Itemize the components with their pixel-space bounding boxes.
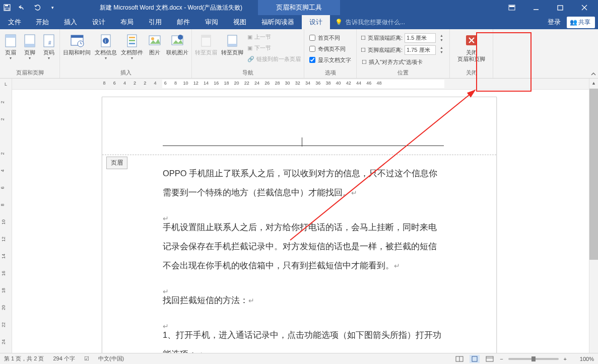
document-body: OPPO 手机阻止了联系人之后，可以收到对方的信息，只不过这个信息你需要到一个特… [163,164,442,353]
footer-distance-input[interactable]: 1.75 厘米 [405,45,436,55]
group-label-insert: 插入 [62,69,189,78]
header-distance-row[interactable]: ☐ 页眉顶端距离: 1.5 厘米 ▲▼ [361,32,445,43]
tell-me-search[interactable]: 💡 告诉我您想要做什么... [330,15,405,29]
online-picture-button[interactable]: 联机图片 [165,31,189,56]
context-tab-header-footer: 页眉和页脚工具 [258,0,340,15]
print-layout-icon[interactable] [470,355,480,363]
goto-header-button: 转至页眉 [194,31,218,56]
goto-footer-icon [224,32,240,48]
tab-design[interactable]: 设计 [85,15,113,29]
page-number-button[interactable]: # 页码 ▾ [40,31,57,60]
doc-parts-button[interactable]: 文档部件 ▾ [120,31,144,60]
tab-mailings[interactable]: 邮件 [169,15,197,29]
status-page[interactable]: 第 1 页，共 2 页 [4,355,44,362]
window-title: 新建 Microsoft Word 文档.docx - Word(产品激活失败) [59,4,258,12]
zoom-out-icon[interactable]: − [500,356,503,362]
document-area[interactable]: 页眉 OPPO 手机阻止了联系人之后，可以收到对方的信息，只不过这个信息你需要到… [12,90,589,353]
next-section-icon: ▣ [247,45,252,51]
status-language[interactable]: 中文(中国) [98,355,124,362]
collapse-ribbon-icon[interactable] [589,29,598,78]
footer-distance-row[interactable]: ☐ 页脚底端距离: 1.75 厘米 ▲▼ [361,44,445,55]
close-icon[interactable] [573,0,596,15]
footer-button[interactable]: 页脚 ▾ [21,31,38,60]
group-label-close: 关闭 [452,69,491,78]
ribbon: 页眉 ▾ 页脚 ▾ # 页码 ▾ 页眉和页脚 日期和时间 i [0,29,598,79]
group-label-nav: 导航 [194,69,302,78]
alignment-tab-icon: ☐ [362,59,367,65]
doc-info-icon: i [98,32,114,48]
show-doc-text-checkbox[interactable]: 显示文档文字 [308,54,352,65]
qat-customize-icon[interactable]: ▾ [48,4,56,12]
footer-distance-icon: ☐ [361,47,366,53]
zoom-in-icon[interactable]: + [564,356,567,362]
svg-rect-10 [6,35,16,38]
svg-rect-25 [129,40,135,41]
prev-section-button: ▣上一节 [246,31,302,42]
share-icon: 👥 [570,19,577,26]
tab-references[interactable]: 引用 [141,15,169,29]
picture-icon [147,32,163,48]
header-distance-spinner[interactable]: ▲▼ [438,33,445,42]
tab-layout[interactable]: 布局 [113,15,141,29]
tab-file[interactable]: 文件 [0,15,28,29]
doc-info-button[interactable]: i 文档信息 ▾ [94,31,118,60]
save-icon[interactable] [3,4,11,12]
header-underline [163,145,444,146]
share-button[interactable]: 👥共享 [567,17,595,28]
svg-rect-41 [486,356,493,361]
svg-rect-4 [509,6,514,7]
footer-distance-spinner[interactable]: ▲▼ [438,45,445,54]
tab-review[interactable]: 审阅 [197,15,226,29]
close-hf-icon [463,32,480,48]
tab-insert[interactable]: 插入 [56,15,85,29]
svg-rect-2 [5,8,9,10]
undo-icon[interactable] [18,4,26,12]
horizontal-ruler[interactable]: L 86422468101214161820222426283032343638… [0,79,598,90]
different-odd-even-checkbox[interactable]: 奇偶页不同 [308,43,352,54]
header-button[interactable]: 页眉 ▾ [2,31,19,60]
header-distance-icon: ☐ [361,35,366,41]
tab-hf-design[interactable]: 设计 [302,15,330,29]
svg-rect-16 [71,35,83,38]
prev-section-icon: ▣ [247,34,252,40]
different-first-page-checkbox[interactable]: 首页不同 [308,32,352,43]
online-picture-icon [169,32,185,48]
tab-foxit[interactable]: 福昕阅读器 [254,15,302,29]
redo-icon[interactable] [33,4,41,12]
status-proofing-icon[interactable]: ☑ [84,355,89,362]
vertical-ruler[interactable]: 222468101214161820222426 [0,90,12,353]
header-boundary [102,155,496,155]
svg-point-30 [178,35,183,40]
svg-point-28 [151,37,154,40]
zoom-slider[interactable] [508,358,559,360]
tab-view[interactable]: 视图 [226,15,254,29]
scroll-thumb[interactable] [589,89,598,260]
svg-rect-24 [129,37,135,38]
read-mode-icon[interactable] [454,355,464,363]
vertical-scrollbar[interactable]: ▲ [589,79,598,353]
login-link[interactable]: 登录 [544,18,565,27]
ribbon-display-options-icon[interactable] [500,0,523,15]
date-time-button[interactable]: 日期和时间 [62,31,92,56]
ribbon-tabs: 文件 开始 插入 设计 布局 引用 邮件 审阅 视图 福昕阅读器 设计 💡 告诉… [0,15,598,29]
close-header-footer-button[interactable]: 关闭页眉和页脚 [456,31,486,62]
tab-home[interactable]: 开始 [28,15,56,29]
header-distance-input[interactable]: 1.5 厘米 [405,33,436,43]
insert-alignment-tab-button[interactable]: ☐插入"对齐方式"选项卡 [361,56,445,67]
web-layout-icon[interactable] [485,355,495,363]
header-icon [3,32,19,48]
goto-header-icon [198,32,214,48]
scroll-up-icon[interactable]: ▲ [589,79,598,88]
svg-rect-12 [25,44,35,47]
minimize-icon[interactable] [524,0,548,15]
status-word-count[interactable]: 294 个字 [53,355,75,362]
page: 页眉 OPPO 手机阻止了联系人之后，可以收到对方的信息，只不过这个信息你需要到… [102,97,497,353]
goto-footer-button[interactable]: 转至页脚 [220,31,244,56]
zoom-level[interactable]: 100% [572,356,594,362]
picture-button[interactable]: 图片 [146,31,163,56]
header-tag[interactable]: 页眉 [106,157,127,169]
tab-selector[interactable]: L [0,79,12,90]
svg-rect-32 [202,35,211,38]
maximize-icon[interactable] [549,0,572,15]
group-label-position: 位置 [359,69,447,78]
